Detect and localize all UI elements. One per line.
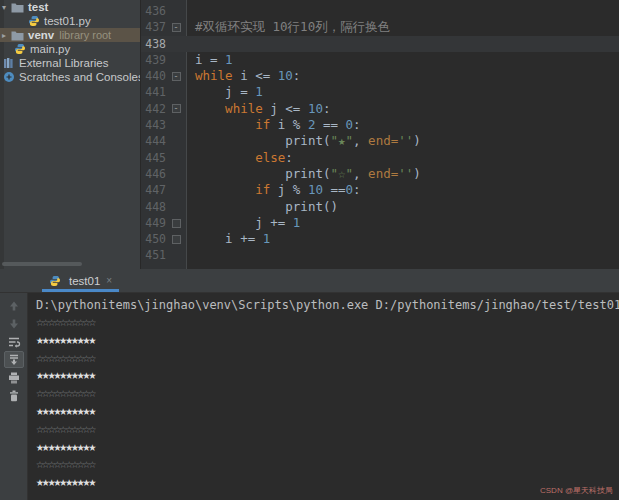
tree-item-main-py[interactable]: main.py — [0, 42, 140, 56]
fold-marker-icon[interactable]: - — [172, 72, 181, 81]
line-number: 449 — [141, 215, 166, 231]
up-arrow-icon[interactable] — [4, 297, 24, 314]
code-text: print() — [188, 199, 338, 215]
code-editor[interactable]: 436437-#双循环实现 10行10列，隔行换色438439i = 1440-… — [141, 0, 619, 269]
line-number: 437 — [141, 19, 166, 35]
fold-marker-icon[interactable] — [172, 219, 181, 228]
run-tab-label: test01 — [69, 275, 100, 287]
code-text: print("★", end='') — [188, 133, 421, 149]
chevron-down-icon[interactable]: ▾ — [2, 3, 11, 12]
editor-line-446[interactable]: 446 print("☆", end='') — [141, 166, 619, 182]
editor-line-442[interactable]: 442- while j <= 10: — [141, 101, 619, 117]
editor-line-451[interactable]: 451 — [141, 247, 619, 263]
tree-item-label: Scratches and Consoles — [19, 71, 141, 83]
run-tool-window: test01 × D:\pythonitems\jinghao\venv\Scr… — [0, 269, 619, 500]
console-output[interactable]: D:\pythonitems\jinghao\venv\Scripts\pyth… — [28, 293, 619, 500]
code-text: if j % 10 ==0: — [188, 182, 361, 198]
printer-icon[interactable] — [4, 369, 24, 386]
code-text — [188, 247, 195, 263]
code-text — [188, 36, 195, 52]
libraries-icon — [3, 57, 15, 69]
output-row: ★★★★★★★★★★ — [36, 438, 619, 456]
fold-marker-icon[interactable]: - — [172, 104, 181, 113]
line-number: 439 — [141, 52, 166, 68]
code-text: i += 1 — [188, 231, 270, 247]
editor-line-437[interactable]: 437-#双循环实现 10行10列，隔行换色 — [141, 19, 619, 35]
output-row: ★★★★★★★★★★ — [36, 366, 619, 384]
fold-marker-icon[interactable]: - — [172, 23, 181, 32]
scratches-icon — [3, 71, 15, 83]
line-number: 447 — [141, 182, 166, 198]
code-text: print("☆", end='') — [188, 166, 421, 182]
code-text: i = 1 — [188, 52, 233, 68]
scroll-to-end-icon[interactable] — [4, 351, 24, 368]
output-row: ★★★★★★★★★★ — [36, 402, 619, 420]
tree-item-label: venv — [28, 29, 54, 41]
output-row: ☆☆☆☆☆☆☆☆☆☆ — [36, 349, 619, 367]
output-row: ☆☆☆☆☆☆☆☆☆☆ — [36, 455, 619, 473]
output-row: ☆☆☆☆☆☆☆☆☆☆ — [36, 384, 619, 402]
editor-line-441[interactable]: 441 j = 1 — [141, 84, 619, 100]
editor-line-439[interactable]: 439i = 1 — [141, 52, 619, 68]
console-toolbar — [0, 293, 28, 500]
python-icon — [14, 43, 26, 55]
pycharm-window: ▾testtest01.py▸venvlibrary rootmain.pyEx… — [0, 0, 619, 500]
tree-item-label: test — [28, 1, 48, 13]
line-number: 450 — [141, 231, 166, 247]
python-icon — [28, 15, 40, 27]
soft-wrap-icon[interactable] — [4, 333, 24, 350]
editor-line-445[interactable]: 445 else: — [141, 150, 619, 166]
chevron-right-icon[interactable]: ▸ — [2, 31, 11, 40]
editor-line-443[interactable]: 443 if i % 2 == 0: — [141, 117, 619, 133]
line-number: 448 — [141, 199, 166, 215]
tree-item-test[interactable]: ▾test — [0, 0, 140, 14]
line-number: 441 — [141, 84, 166, 100]
down-arrow-icon[interactable] — [4, 315, 24, 332]
run-tab-test01[interactable]: test01 × — [42, 269, 119, 292]
line-number: 440 — [141, 68, 166, 84]
editor-line-436[interactable]: 436 — [141, 3, 619, 19]
code-text: else: — [188, 150, 293, 166]
line-number: 438 — [141, 36, 166, 52]
tree-item-scratches-and-consoles[interactable]: Scratches and Consoles — [0, 70, 140, 84]
output-row: ☆☆☆☆☆☆☆☆☆☆ — [36, 420, 619, 438]
program-output: ☆☆☆☆☆☆☆☆☆☆★★★★★★★★★★☆☆☆☆☆☆☆☆☆☆★★★★★★★★★★… — [36, 313, 619, 491]
tree-item-venv[interactable]: ▸venvlibrary root — [0, 28, 140, 42]
output-row: ★★★★★★★★★★ — [36, 331, 619, 349]
line-number: 445 — [141, 150, 166, 166]
editor-line-444[interactable]: 444 print("★", end='') — [141, 133, 619, 149]
folder-icon — [11, 2, 24, 13]
tree-item-suffix: library root — [59, 29, 111, 41]
close-tab-icon[interactable]: × — [106, 275, 112, 286]
tree-item-external-libraries[interactable]: External Libraries — [0, 56, 140, 70]
project-tree: ▾testtest01.py▸venvlibrary rootmain.pyEx… — [0, 0, 140, 84]
fold-marker-icon[interactable] — [172, 235, 181, 244]
code-text: while i <= 10: — [188, 68, 300, 84]
line-number: 443 — [141, 117, 166, 133]
folder-icon — [11, 30, 24, 41]
run-command-line: D:\pythonitems\jinghao\venv\Scripts\pyth… — [36, 297, 619, 313]
editor-line-450[interactable]: 450 i += 1 — [141, 231, 619, 247]
code-text — [188, 3, 195, 19]
editor-line-448[interactable]: 448 print() — [141, 199, 619, 215]
editor-line-449[interactable]: 449 j += 1 — [141, 215, 619, 231]
tree-item-label: External Libraries — [19, 57, 108, 69]
editor-line-447[interactable]: 447 if j % 10 ==0: — [141, 182, 619, 198]
code-text: #双循环实现 10行10列，隔行换色 — [188, 19, 390, 35]
editor-line-440[interactable]: 440-while i <= 10: — [141, 68, 619, 84]
output-row: ☆☆☆☆☆☆☆☆☆☆ — [36, 313, 619, 331]
project-tree-scrollbar[interactable] — [2, 262, 82, 266]
output-row: ★★★★★★★★★★ — [36, 473, 619, 491]
line-number: 436 — [141, 3, 166, 19]
tree-item-test01-py[interactable]: test01.py — [0, 14, 140, 28]
code-text: if i % 2 == 0: — [188, 117, 361, 133]
line-number: 444 — [141, 133, 166, 149]
tree-item-label: main.py — [30, 43, 70, 55]
console-body: D:\pythonitems\jinghao\venv\Scripts\pyth… — [0, 293, 619, 500]
trash-icon[interactable] — [4, 387, 24, 404]
editor-lines: 436437-#双循环实现 10行10列，隔行换色438439i = 1440-… — [141, 3, 619, 264]
code-text: j += 1 — [188, 215, 300, 231]
project-tool-window: ▾testtest01.py▸venvlibrary rootmain.pyEx… — [0, 0, 141, 269]
watermark: CSDN @星天科技局 — [540, 485, 613, 496]
editor-line-438[interactable]: 438 — [141, 36, 619, 52]
